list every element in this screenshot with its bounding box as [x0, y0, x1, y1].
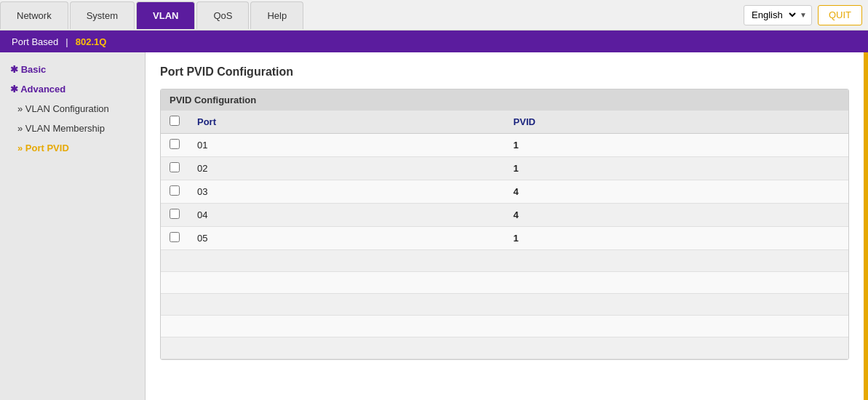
row-checkbox-3[interactable]	[170, 209, 180, 219]
row-checkbox-cell	[161, 134, 188, 157]
th-pvid: PVID	[505, 111, 848, 134]
th-checkbox	[161, 111, 188, 134]
row-checkbox-cell	[161, 227, 188, 250]
table-row: 03 4	[161, 180, 848, 204]
tab-vlan[interactable]: VLAN	[136, 1, 195, 29]
tab-network[interactable]: Network	[0, 1, 68, 29]
row-port: 01	[188, 134, 505, 157]
row-port: 03	[188, 180, 505, 204]
tab-help[interactable]: Help	[250, 1, 303, 29]
row-pvid: 4	[505, 180, 848, 204]
row-checkbox-cell	[161, 204, 188, 227]
th-port: Port	[188, 111, 505, 134]
row-checkbox-4[interactable]	[170, 232, 180, 242]
quit-button[interactable]: QUIT	[818, 5, 862, 25]
table-row: 04 4	[161, 204, 848, 227]
sub-nav-separator: |	[63, 36, 71, 47]
pvid-table: Port PVID 01 1 02 1 03 4	[161, 111, 848, 359]
page-title: Port PVID Configuration	[160, 65, 849, 79]
table-row: 02 1	[161, 157, 848, 180]
advanced-arrow-icon: ✱	[10, 84, 18, 95]
subnav-port-based[interactable]: Port Based	[7, 36, 63, 47]
chevron-down-icon: ▼	[800, 11, 807, 19]
sidebar-item-port-pvid[interactable]: » Port PVID	[0, 138, 145, 158]
row-checkbox-2[interactable]	[170, 185, 180, 196]
empty-row	[161, 250, 848, 272]
row-checkbox-cell	[161, 180, 188, 204]
row-pvid: 1	[505, 157, 848, 180]
content-area: Port PVID Configuration PVID Configurati…	[146, 52, 868, 400]
table-row: 01 1	[161, 134, 848, 157]
row-checkbox-cell	[161, 157, 188, 180]
main-layout: ✱ Basic ✱ Advanced » VLAN Configuration …	[0, 52, 868, 400]
pvid-table-section: PVID Configuration Port PVID 0	[160, 89, 849, 360]
empty-row	[161, 316, 848, 337]
empty-row	[161, 272, 848, 294]
top-nav: Network System VLAN QoS Help English Chi…	[0, 0, 868, 31]
table-section-header: PVID Configuration	[161, 89, 848, 111]
tab-system[interactable]: System	[70, 1, 135, 29]
row-checkbox-0[interactable]	[170, 139, 180, 149]
empty-row	[161, 337, 848, 359]
sidebar-section-basic[interactable]: ✱ Basic	[0, 60, 145, 79]
basic-arrow-icon: ✱	[10, 64, 18, 75]
row-pvid: 1	[505, 227, 848, 250]
sub-nav: Port Based | 802.1Q	[0, 31, 868, 52]
empty-row	[161, 294, 848, 316]
row-pvid: 4	[505, 204, 848, 227]
row-pvid: 1	[505, 134, 848, 157]
row-port: 05	[188, 227, 505, 250]
select-all-checkbox[interactable]	[170, 116, 180, 126]
language-select[interactable]: English Chinese	[749, 9, 798, 21]
tab-qos[interactable]: QoS	[196, 1, 249, 29]
table-row: 05 1	[161, 227, 848, 250]
row-port: 04	[188, 204, 505, 227]
sidebar-item-vlan-configuration[interactable]: » VLAN Configuration	[0, 99, 145, 119]
sidebar-section-advanced[interactable]: ✱ Advanced	[0, 79, 145, 99]
row-checkbox-1[interactable]	[170, 162, 180, 172]
subnav-8021q[interactable]: 802.1Q	[71, 36, 111, 47]
language-selector[interactable]: English Chinese ▼	[744, 5, 812, 25]
row-port: 02	[188, 157, 505, 180]
sidebar-item-vlan-membership[interactable]: » VLAN Membership	[0, 119, 145, 138]
sidebar: ✱ Basic ✱ Advanced » VLAN Configuration …	[0, 52, 146, 400]
